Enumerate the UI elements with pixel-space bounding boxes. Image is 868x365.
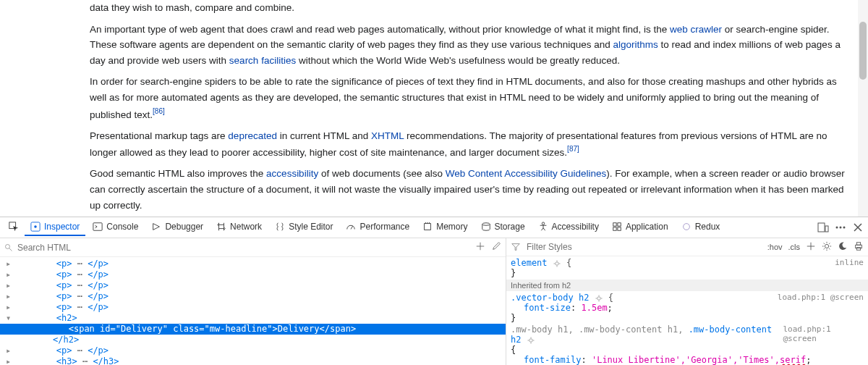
tab-application[interactable]: Application	[606, 219, 674, 236]
svg-point-23	[825, 244, 828, 248]
tree-node-p[interactable]: ▸ <p> ⋯ </p>	[0, 280, 506, 291]
memory-icon	[422, 222, 433, 232]
paragraph: data they wish to mash, compare and comb…	[90, 0, 854, 16]
dark-scheme-button[interactable]	[838, 241, 848, 253]
hov-toggle[interactable]: :hov	[767, 243, 783, 251]
console-icon	[93, 222, 103, 232]
link-xhtml[interactable]: XHTML	[371, 130, 404, 141]
style-icon	[275, 222, 285, 232]
search-icon	[4, 243, 13, 252]
svg-point-19	[840, 227, 842, 229]
plus-icon	[806, 241, 816, 251]
svg-rect-25	[856, 243, 860, 246]
svg-rect-11	[613, 223, 616, 226]
redux-icon	[681, 222, 692, 232]
svg-point-9	[482, 223, 490, 226]
tab-inspector[interactable]: Inspector	[25, 219, 85, 236]
inherited-from-h2: Inherited from h2	[506, 280, 868, 291]
link-wcag[interactable]: Web Content Accessibility Guidelines	[446, 168, 607, 179]
devtools-menu-button[interactable]	[835, 222, 846, 233]
svg-point-10	[542, 222, 545, 225]
rule-mw-body[interactable]: .mw-body h1, .mw-body-content h1, .mw-bo…	[506, 324, 868, 365]
link-search-facilities[interactable]: search facilities	[229, 55, 296, 66]
storage-icon	[481, 222, 491, 232]
eyedropper-button[interactable]	[491, 241, 501, 253]
paragraph: Presentational markup tags are deprecate…	[90, 128, 854, 161]
link-deprecated[interactable]: deprecated	[228, 130, 277, 141]
tab-debugger[interactable]: Debugger	[145, 219, 209, 236]
tree-node-h3[interactable]: ▸ <h3> ⋯ </h3>	[0, 356, 506, 365]
rule-element[interactable]: element {inline }	[506, 258, 868, 278]
gear-icon[interactable]	[553, 259, 561, 268]
tab-console[interactable]: Console	[87, 219, 144, 236]
svg-line-22	[9, 248, 12, 251]
reference-87[interactable]: [87]	[567, 145, 579, 153]
tab-storage[interactable]: Storage	[475, 219, 531, 236]
svg-rect-5	[425, 224, 431, 230]
svg-point-28	[597, 296, 600, 300]
tree-node-p[interactable]: ▸ <p> ⋯ </p>	[0, 345, 506, 356]
dots-icon	[835, 222, 846, 233]
gear-icon[interactable]	[595, 294, 603, 303]
svg-rect-3	[93, 223, 102, 231]
tree-node-h2-close[interactable]: </h2>	[0, 335, 506, 345]
performance-icon	[346, 222, 356, 232]
tree-node-p[interactable]: ▸ <p> ⋯ </p>	[0, 269, 506, 280]
responsive-mode-button[interactable]	[817, 222, 829, 233]
tree-node-h2-open[interactable]: ▾ <h2>	[0, 313, 506, 324]
element-picker-button[interactable]	[4, 219, 23, 236]
tab-style-editor[interactable]: Style Editor	[269, 219, 339, 236]
plus-icon	[475, 241, 485, 251]
eyedropper-icon	[491, 241, 501, 251]
scrollbar-thumb[interactable]	[859, 22, 867, 80]
reference-86[interactable]: [86]	[153, 107, 165, 115]
devtools-toolbar: Inspector Console Debugger Network Style…	[0, 217, 868, 238]
link-web-crawler[interactable]: web crawler	[670, 24, 722, 35]
tab-memory[interactable]: Memory	[417, 219, 473, 236]
link-algorithms[interactable]: algorithms	[613, 39, 658, 50]
css-rules[interactable]: element {inline } Inherited from h2 .vec…	[506, 256, 868, 365]
page-scrollbar[interactable]	[858, 0, 868, 217]
gear-icon[interactable]	[527, 336, 535, 345]
devtools-panel: Inspector Console Debugger Network Style…	[0, 217, 868, 365]
cls-toggle[interactable]: .cls	[788, 243, 801, 251]
search-html-input[interactable]	[17, 243, 471, 253]
svg-point-20	[843, 227, 846, 229]
article-content: data they wish to mash, compare and comb…	[0, 0, 868, 217]
print-icon	[854, 241, 864, 251]
picker-icon	[9, 222, 19, 232]
debugger-icon	[151, 222, 161, 232]
filter-styles-input[interactable]	[527, 242, 762, 252]
link-accessibility[interactable]: accessibility	[266, 168, 318, 179]
html-tree-panel: ▸ <p> ⋯ </p> ▸ <p> ⋯ </p> ▸ <p> ⋯ </p> ▸…	[0, 238, 506, 365]
svg-rect-12	[618, 223, 621, 226]
svg-rect-17	[825, 226, 828, 232]
tree-node-span-selected[interactable]: <span id="Delivery" class="mw-headline">…	[0, 324, 506, 335]
print-button[interactable]	[854, 241, 864, 253]
tree-node-p[interactable]: ▸ <p> ⋯ </p>	[0, 291, 506, 302]
light-scheme-button[interactable]	[822, 241, 832, 253]
svg-point-27	[556, 261, 559, 265]
new-rule-button[interactable]	[806, 241, 816, 253]
paragraph: Good semantic HTML also improves the acc…	[90, 166, 854, 213]
tree-node-p[interactable]: ▸ <p> ⋯ </p>	[0, 259, 506, 269]
devtools-close-button[interactable]	[852, 222, 864, 233]
application-icon	[612, 222, 622, 232]
svg-point-2	[34, 225, 37, 228]
accessibility-icon	[538, 222, 548, 232]
tab-redux[interactable]: Redux	[676, 219, 726, 236]
tree-node-p[interactable]: ▸ <p> ⋯ </p>	[0, 302, 506, 313]
svg-point-15	[683, 224, 689, 230]
tab-accessibility[interactable]: Accessibility	[532, 219, 605, 236]
svg-rect-16	[818, 223, 825, 232]
moon-icon	[838, 241, 848, 251]
tab-performance[interactable]: Performance	[340, 219, 415, 236]
add-node-button[interactable]	[475, 241, 485, 253]
tab-network[interactable]: Network	[210, 219, 268, 236]
dom-tree[interactable]: ▸ <p> ⋯ </p> ▸ <p> ⋯ </p> ▸ <p> ⋯ </p> ▸…	[0, 257, 506, 365]
responsive-icon	[817, 222, 829, 233]
svg-rect-13	[613, 227, 616, 230]
rule-vector-body[interactable]: .vector-body h2 {load.php:1 @screen font…	[506, 293, 868, 323]
close-icon	[852, 222, 864, 233]
svg-line-4	[351, 226, 353, 229]
